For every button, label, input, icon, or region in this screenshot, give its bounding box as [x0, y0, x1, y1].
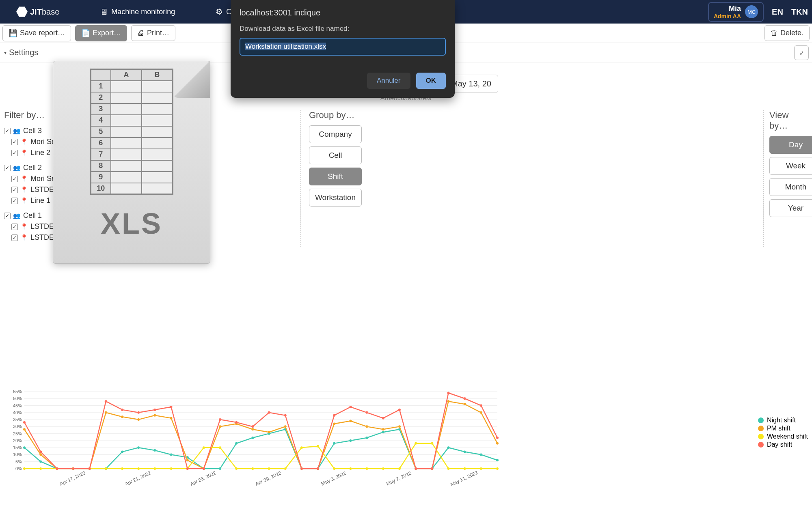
svg-point-126: [105, 400, 107, 402]
svg-point-99: [153, 467, 156, 470]
svg-point-61: [23, 428, 26, 430]
svg-point-77: [284, 425, 287, 428]
checkbox-icon[interactable]: ✓: [11, 176, 18, 182]
expand-button[interactable]: ⤢: [794, 45, 809, 60]
checkbox-icon[interactable]: ✓: [4, 165, 11, 171]
svg-point-103: [219, 446, 221, 449]
svg-point-135: [251, 425, 254, 428]
user-menu[interactable]: Mia Admin AA MC: [708, 2, 764, 22]
svg-point-90: [496, 442, 499, 445]
svg-point-112: [366, 467, 368, 470]
svg-text:25%: 25%: [13, 431, 22, 436]
svg-point-57: [447, 446, 449, 449]
svg-point-80: [333, 422, 335, 425]
viewby-day[interactable]: Day: [769, 136, 812, 154]
xls-grid-icon: AB 12345678910: [90, 69, 173, 195]
pin-icon: 📍: [20, 197, 28, 204]
logo[interactable]: JITbase: [16, 6, 59, 17]
svg-point-104: [235, 467, 238, 470]
svg-point-131: [186, 467, 189, 470]
svg-text:May 11, 2022: May 11, 2022: [449, 470, 479, 488]
checkbox-icon[interactable]: ✓: [4, 128, 11, 134]
avatar: MC: [745, 5, 758, 18]
svg-point-124: [72, 467, 75, 470]
viewby-year[interactable]: Year: [769, 199, 812, 217]
legend-item[interactable]: PM shift: [758, 425, 808, 432]
svg-text:Apr 25, 2022: Apr 25, 2022: [189, 470, 217, 487]
ok-button[interactable]: OK: [416, 73, 446, 89]
checkbox-icon[interactable]: ✓: [11, 187, 18, 193]
svg-point-60: [496, 459, 499, 461]
checkbox-icon[interactable]: ✓: [4, 213, 11, 219]
svg-point-88: [464, 403, 466, 405]
filename-input[interactable]: Workstation utilization.xlsx: [240, 38, 446, 56]
date-to: May 13, 20: [451, 79, 491, 88]
legend-label: Night shift: [767, 417, 796, 424]
groupby-shift[interactable]: Shift: [309, 168, 362, 185]
filter-group-label: Cell 2: [23, 164, 42, 172]
filter-item-label: Line 2: [30, 148, 50, 157]
delete-button[interactable]: 🗑 Delete.: [764, 25, 810, 41]
xls-label: XLS: [101, 207, 162, 240]
svg-text:5%: 5%: [15, 459, 22, 464]
checkbox-icon[interactable]: ✓: [11, 235, 18, 241]
svg-text:40%: 40%: [13, 410, 22, 415]
svg-point-123: [56, 467, 58, 470]
svg-point-143: [382, 417, 384, 420]
legend-item[interactable]: Night shift: [758, 417, 808, 424]
svg-point-98: [137, 467, 140, 470]
svg-point-97: [121, 467, 123, 470]
export-button[interactable]: 📄 Export…: [75, 25, 127, 41]
svg-point-149: [480, 405, 482, 407]
legend-label: Weekend shift: [767, 433, 808, 440]
export-icon: 📄: [81, 29, 90, 38]
checkbox-icon[interactable]: ✓: [11, 198, 18, 204]
groupby-company[interactable]: Company: [309, 125, 362, 143]
expand-icon: ⤢: [799, 50, 804, 56]
svg-point-44: [235, 442, 238, 445]
svg-text:Apr 21, 2022: Apr 21, 2022: [124, 470, 151, 487]
svg-point-146: [431, 467, 433, 470]
svg-point-141: [349, 406, 352, 408]
svg-point-134: [235, 421, 238, 424]
svg-point-73: [219, 425, 221, 428]
settings-label: Settings: [9, 48, 38, 57]
svg-point-70: [170, 417, 173, 420]
viewby-month[interactable]: Month: [769, 178, 812, 196]
svg-point-92: [39, 467, 42, 470]
chart-legend: Night shiftPM shiftWeekend shiftDay shif…: [758, 416, 808, 449]
svg-point-128: [137, 411, 140, 414]
tkn-label[interactable]: TKN: [791, 7, 808, 17]
legend-item[interactable]: Weekend shift: [758, 433, 808, 440]
svg-point-136: [268, 411, 270, 414]
svg-text:May 3, 2022: May 3, 2022: [320, 470, 347, 487]
svg-text:35%: 35%: [13, 417, 22, 422]
pin-icon: 📍: [20, 186, 28, 194]
nav-machine-monitoring[interactable]: 🖥 Machine monitoring: [100, 7, 175, 17]
save-report-button[interactable]: 💾 Save report…: [2, 25, 71, 41]
svg-point-113: [382, 467, 384, 470]
caret-down-icon: ▾: [4, 50, 6, 56]
legend-label: Day shift: [767, 441, 792, 448]
svg-point-132: [203, 467, 205, 470]
svg-point-71: [186, 459, 189, 461]
viewby-week[interactable]: Week: [769, 157, 812, 175]
groupby-cell[interactable]: Cell: [309, 146, 362, 164]
checkbox-icon[interactable]: ✓: [11, 150, 18, 156]
language-switch[interactable]: EN: [772, 7, 783, 17]
svg-point-82: [366, 425, 368, 428]
group-icon: 👥: [13, 164, 21, 172]
cancel-button[interactable]: Annuler: [367, 73, 410, 89]
svg-point-59: [480, 453, 482, 456]
checkbox-icon[interactable]: ✓: [11, 224, 18, 230]
svg-point-108: [300, 446, 303, 449]
filter-group-label: Cell 3: [23, 127, 42, 135]
groupby-workstation[interactable]: Workstation: [309, 189, 362, 207]
filter-item-label: Line 1: [30, 196, 50, 205]
print-button[interactable]: 🖨 Print…: [131, 25, 175, 41]
checkbox-icon[interactable]: ✓: [11, 139, 18, 145]
svg-point-105: [251, 467, 254, 470]
user-role: Admin AA: [714, 13, 741, 19]
logo-text-base: base: [42, 7, 59, 16]
legend-item[interactable]: Day shift: [758, 441, 808, 448]
